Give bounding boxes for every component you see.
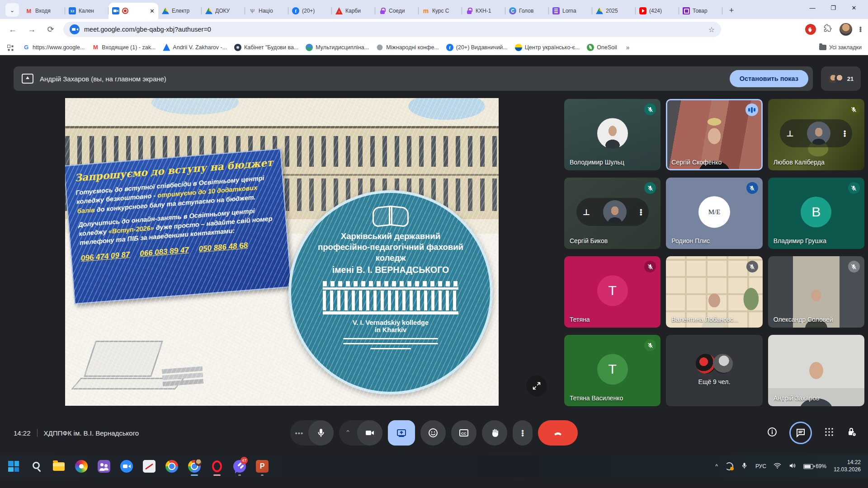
host-controls-button[interactable] <box>846 427 857 439</box>
new-tab-button[interactable]: + <box>725 4 738 17</box>
sync-icon[interactable] <box>725 462 733 470</box>
bookmark-item[interactable]: Мультидисципліна... <box>302 42 373 53</box>
taskbar-app-icon[interactable] <box>163 456 181 476</box>
tile-options-icon[interactable]: ••• <box>844 130 846 136</box>
taskbar-app-icon[interactable] <box>50 456 68 476</box>
hang-up-button[interactable] <box>538 420 578 446</box>
camera-control[interactable]: ⌃ <box>339 420 382 446</box>
tab-favicon <box>683 7 690 14</box>
participant-tile[interactable]: B ⊥ ••• Владимир Грушка <box>768 178 864 249</box>
expand-presentation-button[interactable] <box>526 375 547 396</box>
participant-tile[interactable]: ⊥ ••• Володимир Шульц <box>564 99 660 170</box>
bookmark-item[interactable]: Центр українсько-є... <box>511 42 584 53</box>
chat-button[interactable] <box>789 422 812 444</box>
participant-count[interactable]: 21 <box>821 66 861 91</box>
volume-icon[interactable] <box>788 462 796 471</box>
microphone-icon[interactable] <box>308 420 334 446</box>
taskbar-app-icon[interactable] <box>185 456 203 476</box>
bookmark-star-icon[interactable]: ☆ <box>708 25 715 34</box>
taskbar-app-icon[interactable]: 47 <box>231 456 249 476</box>
window-maximize-button[interactable]: ❐ <box>823 0 844 15</box>
tab-close-icon[interactable]: ✕ <box>150 8 155 14</box>
mic-options-icon[interactable]: ••• <box>290 429 308 437</box>
browser-tab[interactable]: Курс С ✕ <box>419 3 462 19</box>
address-bar[interactable]: meet.google.com/gbe-qabg-xbj?authuser=0 … <box>63 22 721 37</box>
taskbar-app-icon[interactable] <box>5 456 23 476</box>
participant-tile[interactable]: ⊥ ••• Любов Каліберда <box>768 99 864 170</box>
activities-button[interactable] <box>824 427 835 439</box>
tray-mic-icon[interactable] <box>741 462 748 471</box>
participant-tile[interactable]: M/E ⊥ ••• Родион Плис <box>666 178 762 249</box>
taskbar-app-icon[interactable] <box>27 456 45 476</box>
browser-tab[interactable]: Голов ✕ <box>505 3 549 19</box>
taskbar-app-icon[interactable] <box>95 456 113 476</box>
participant-tile[interactable]: T ⊥ ••• Тетяна Василенко <box>564 335 660 406</box>
reload-button[interactable]: ⟳ <box>44 24 57 34</box>
taskbar-app-icon[interactable] <box>140 456 158 476</box>
bookmark-item[interactable]: OneSoil <box>583 42 620 53</box>
battery-percent: 69% <box>816 463 826 469</box>
info-button[interactable] <box>767 427 778 439</box>
browser-tab[interactable]: Товар ✕ <box>679 3 722 19</box>
bookmark-item[interactable]: (20+) Видавничий... <box>443 42 511 53</box>
camera-options-icon[interactable]: ⌃ <box>339 429 357 437</box>
bookmark-item[interactable]: Andrii V. Zakharov -... <box>159 42 231 53</box>
browser-tab[interactable]: Lorna ✕ <box>549 3 592 19</box>
browser-tab[interactable]: Націо ✕ <box>245 3 288 19</box>
language-indicator[interactable]: РУС <box>755 463 766 469</box>
profile-avatar[interactable] <box>840 23 852 36</box>
participant-tile[interactable]: T ⊥ ••• Тетяна <box>564 256 660 328</box>
taskbar-app-icon[interactable] <box>253 456 271 476</box>
all-bookmarks[interactable]: Усі закладки <box>819 44 862 51</box>
mic-control[interactable]: ••• <box>290 420 334 446</box>
reactions-button[interactable] <box>420 420 446 446</box>
participant-tile[interactable]: ⊥ ••• Сергій Скофенко <box>666 99 762 170</box>
taskbar-app-icon[interactable] <box>208 456 226 476</box>
browser-tab[interactable]: Кален ✕ <box>65 3 108 19</box>
browser-tab[interactable]: Соеди ✕ <box>375 3 419 19</box>
raise-hand-button[interactable] <box>482 420 507 446</box>
more-options-button[interactable]: ••• <box>513 420 533 446</box>
bookmark-item[interactable]: Входящие (1) - zak... <box>88 42 159 53</box>
participant-tile[interactable]: ⊥ ••• Сергій Биков <box>564 178 660 249</box>
window-minimize-button[interactable]: — <box>802 0 823 15</box>
bookmark-item[interactable]: https://www.google... <box>19 42 88 53</box>
pin-icon[interactable]: ⊥ <box>583 207 590 216</box>
battery-indicator[interactable]: 69% <box>803 463 826 469</box>
browser-tab[interactable]: Електр ✕ <box>158 3 202 19</box>
taskbar-app-icon[interactable] <box>118 456 136 476</box>
stop-presenting-button[interactable]: Остановить показ <box>730 70 808 87</box>
browser-tab[interactable]: Карби ✕ <box>332 3 375 19</box>
browser-tab[interactable]: (20+) ✕ <box>288 3 332 19</box>
participant-tile[interactable]: ⊥ ••• Олександр Соловей <box>768 256 864 328</box>
adblock-extension-icon[interactable] <box>805 24 816 35</box>
participant-tile[interactable]: ⊥ ••• Андрій Захаров <box>768 335 864 406</box>
apps-grid-icon[interactable] <box>6 44 14 51</box>
tab-search-button[interactable]: ⌄ <box>5 3 19 17</box>
back-button[interactable]: ← <box>6 25 19 34</box>
pin-icon[interactable]: ⊥ <box>786 128 793 138</box>
browser-menu-icon[interactable]: ••• <box>859 27 862 32</box>
bookmark-item[interactable]: Кабінет "Будови ва... <box>231 42 302 53</box>
browser-tab[interactable]: ДОКУ ✕ <box>202 3 245 19</box>
taskbar-app-icon[interactable] <box>72 456 90 476</box>
browser-tab[interactable]: КХН-1 ✕ <box>462 3 505 19</box>
taskbar-clock[interactable]: 14:22 12.03.2026 <box>834 459 861 473</box>
participant-tile[interactable]: ⊥ ••• Ещё 9 чел. <box>666 335 762 406</box>
hidden-icons-chevron[interactable]: ^ <box>715 463 718 469</box>
bookmarks-overflow-icon[interactable]: » <box>623 44 633 51</box>
tile-options-icon[interactable]: ••• <box>640 208 642 215</box>
participant-tile[interactable]: ⊥ ••• Валентина Лобановс... <box>666 256 762 328</box>
forward-button[interactable]: → <box>25 25 38 34</box>
wifi-icon[interactable] <box>774 462 781 471</box>
browser-tab[interactable]: 2025 ✕ <box>592 3 636 19</box>
captions-button[interactable]: CC <box>451 420 476 446</box>
browser-tab[interactable]: Входя ✕ <box>22 3 65 19</box>
browser-tab[interactable]: ✕ <box>108 3 158 19</box>
camera-icon[interactable] <box>357 420 382 446</box>
bookmark-item[interactable]: Міжнародні конфе... <box>373 42 443 53</box>
window-close-button[interactable]: ✕ <box>844 0 864 15</box>
present-screen-button[interactable] <box>388 420 415 446</box>
browser-tab[interactable]: (424) ✕ <box>636 3 679 19</box>
extensions-icon[interactable] <box>823 24 832 35</box>
